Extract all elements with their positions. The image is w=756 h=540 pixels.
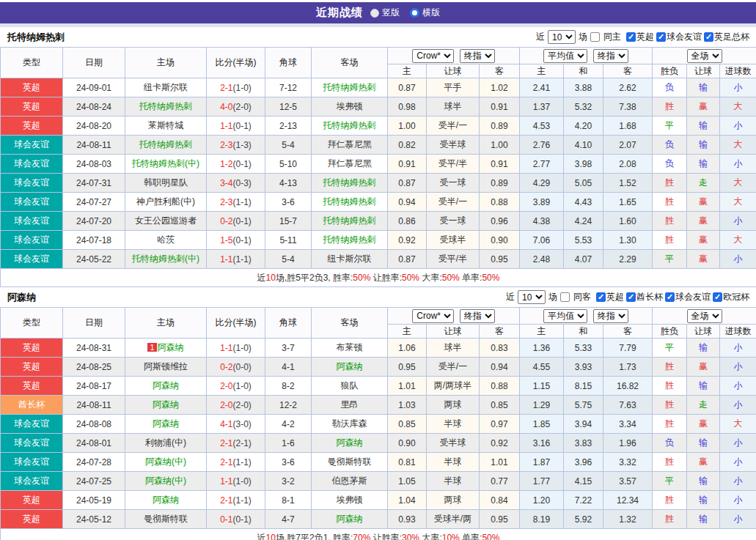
match-type-badge: 球会友谊 bbox=[1, 434, 63, 453]
radio-horizontal-label: 横版 bbox=[422, 7, 440, 19]
home-team-name: 托特纳姆热刺 bbox=[139, 101, 192, 111]
corner-count: 4-7 bbox=[265, 510, 312, 529]
europe-odds-value: 1.37 bbox=[520, 97, 564, 116]
avg-odds-select[interactable]: 平均值 bbox=[543, 309, 587, 323]
away-team-cell: 拜仁慕尼黑 bbox=[312, 136, 388, 155]
away-team-cell: 勒沃库森 bbox=[312, 415, 388, 434]
europe-odds-value: 8.15 bbox=[564, 377, 603, 396]
result-flag: 赢 bbox=[687, 212, 720, 231]
full-time-score: 2-1 bbox=[220, 83, 232, 93]
match-type-badge: 酋长杯 bbox=[1, 396, 63, 415]
radio-item-horizontal[interactable]: 横版 bbox=[410, 7, 440, 19]
half-time-score: (1-1) bbox=[233, 197, 252, 207]
match-type-badge: 英超 bbox=[1, 377, 63, 396]
scope-select[interactable]: 全场 bbox=[687, 309, 722, 323]
odds-company-select[interactable]: Crow* bbox=[412, 49, 454, 63]
home-team-cell: 托特纳姆热刺(中) bbox=[125, 250, 207, 269]
match-row: 球会友谊24-07-25阿森纳(中)1-1(1-0)3-2伯恩茅斯1.05半球0… bbox=[1, 472, 756, 491]
match-type-badge: 球会友谊 bbox=[1, 453, 63, 472]
half-time-score: (1-1) bbox=[233, 457, 252, 467]
league-checkbox[interactable] bbox=[704, 32, 713, 42]
sub-col-header: 让球 bbox=[687, 64, 720, 78]
col-corner: 角球 bbox=[265, 308, 312, 339]
league-checkbox[interactable] bbox=[626, 292, 636, 302]
home-team-name: 哈茨 bbox=[157, 234, 175, 245]
handicap-odds-value: 1.02 bbox=[480, 78, 520, 97]
europe-odds-value: 3.89 bbox=[520, 193, 564, 212]
handicap-odds-value: 1.01 bbox=[388, 377, 427, 396]
result-flag: 胜 bbox=[653, 193, 687, 212]
half-time-score: (1-0) bbox=[233, 381, 252, 391]
match-score-cell: 4-0(2-0) bbox=[207, 97, 265, 116]
handicap-odds-value: 受球半/两 bbox=[427, 510, 480, 529]
scope-select[interactable]: 全场 bbox=[687, 49, 722, 63]
result-flag: 小 bbox=[720, 339, 756, 358]
same-venue-label: 同主 bbox=[603, 31, 621, 43]
handicap-odds-value: 0.92 bbox=[388, 231, 427, 250]
summary-text: 场,胜7平2负1, 胜率: bbox=[276, 533, 353, 540]
summary-text: 大率: bbox=[419, 533, 442, 540]
same-venue-checkbox[interactable] bbox=[590, 32, 600, 42]
handicap-odds-value: 0.87 bbox=[388, 174, 427, 193]
avg-odds-select[interactable]: 平均值 bbox=[543, 49, 587, 63]
league-checkbox[interactable] bbox=[656, 32, 666, 42]
radio-horizontal-icon[interactable] bbox=[410, 8, 419, 18]
match-score-cell: 2-1(1-1) bbox=[207, 491, 265, 510]
odds-stage-select[interactable]: 终指 bbox=[460, 309, 495, 323]
league-checkbox[interactable] bbox=[626, 32, 636, 42]
half-time-score: (1-3) bbox=[233, 140, 252, 150]
summary-value: 10% bbox=[442, 533, 460, 540]
radio-vertical-icon[interactable] bbox=[370, 9, 379, 18]
summary-text: 单率: bbox=[460, 273, 482, 283]
full-time-score: 1-1 bbox=[220, 121, 232, 131]
summary-value: 30% bbox=[402, 533, 419, 540]
match-row: 酋长杯24-08-11阿森纳2-0(2-0)12-2里昂1.03两球0.851.… bbox=[1, 396, 756, 415]
result-flag: 大 bbox=[720, 97, 756, 116]
avg-stage-select[interactable]: 终指 bbox=[593, 309, 628, 323]
section-control-row: 阿森纳 近 10 场 同客 英超酋长杯球会友谊欧冠杯 bbox=[0, 287, 756, 307]
result-flag: 走 bbox=[687, 396, 720, 415]
europe-odds-value: 4.07 bbox=[564, 250, 603, 269]
league-checkbox[interactable] bbox=[665, 292, 675, 302]
same-venue-checkbox[interactable] bbox=[560, 292, 570, 302]
match-score-cell: 3-4(0-3) bbox=[207, 174, 265, 193]
handicap-odds-value: 0.77 bbox=[480, 472, 520, 491]
handicap-odds-value: 1.00 bbox=[388, 116, 427, 136]
radio-item-vertical[interactable]: 竖版 bbox=[370, 7, 400, 19]
full-time-score: 2-1 bbox=[220, 438, 232, 448]
result-flag: 大 bbox=[720, 193, 756, 212]
col-date: 日期 bbox=[63, 308, 125, 339]
sub-col-header: 和 bbox=[564, 64, 603, 78]
away-team-cell: 托特纳姆热刺 bbox=[312, 212, 388, 231]
match-date: 24-08-20 bbox=[63, 116, 125, 136]
match-date: 24-07-27 bbox=[63, 193, 125, 212]
match-count-select[interactable]: 10 bbox=[548, 30, 576, 44]
handicap-odds-value: 1.00 bbox=[480, 136, 520, 155]
handicap-odds-value: 半球 bbox=[427, 472, 480, 491]
match-row: 英超24-09-01纽卡斯尔联2-1(1-0)7-12托特纳姆热刺0.87平手1… bbox=[1, 78, 756, 97]
match-row: 英超24-08-311阿森纳1-1(1-0)3-7布莱顿1.06球半0.831.… bbox=[1, 339, 756, 358]
result-flag: 胜 bbox=[653, 231, 687, 250]
match-date: 24-08-31 bbox=[63, 339, 125, 358]
match-count-select[interactable]: 10 bbox=[518, 290, 546, 304]
league-checkbox[interactable] bbox=[713, 292, 722, 302]
home-team-cell: 曼彻斯特联 bbox=[125, 510, 207, 529]
result-flag: 输 bbox=[687, 434, 720, 453]
summary-text: 让胜率: bbox=[370, 273, 402, 283]
summary-value: 50% bbox=[353, 273, 370, 283]
avg-stage-select[interactable]: 终指 bbox=[593, 49, 628, 63]
games-label: 场 bbox=[548, 291, 557, 303]
result-flag: 小 bbox=[720, 155, 756, 174]
match-date: 24-08-24 bbox=[63, 97, 125, 116]
same-venue-label: 同客 bbox=[573, 291, 591, 303]
handicap-odds-value: 0.84 bbox=[480, 491, 520, 510]
odds-company-select[interactable]: Crow* bbox=[412, 309, 454, 323]
result-group-header: 全场 bbox=[653, 308, 756, 325]
sub-col-header: 胜负 bbox=[653, 325, 687, 339]
full-time-score: 2-1 bbox=[220, 457, 232, 467]
odds-stage-select[interactable]: 终指 bbox=[460, 49, 495, 63]
europe-odds-value: 1.30 bbox=[603, 231, 653, 250]
league-checkbox[interactable] bbox=[596, 292, 606, 302]
title-bar: 近期战绩 竖版 横版 bbox=[0, 2, 756, 23]
handicap-odds-value: 受半球 bbox=[427, 136, 480, 155]
